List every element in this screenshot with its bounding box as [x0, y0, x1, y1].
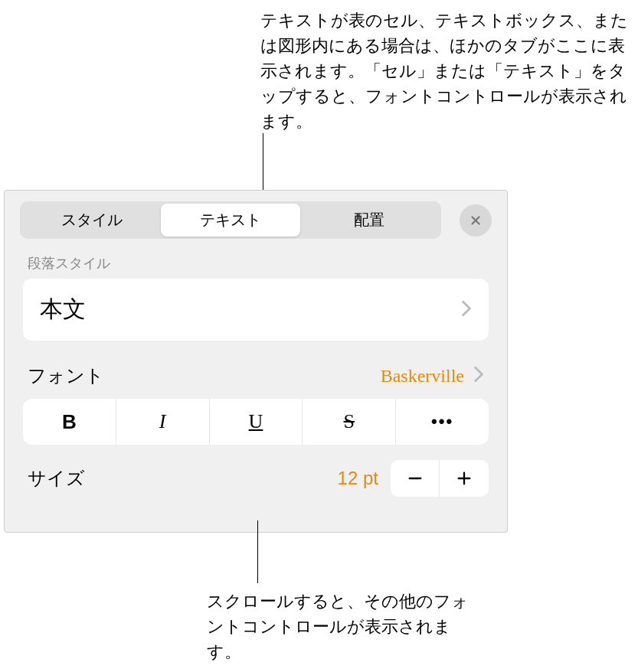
- close-button[interactable]: [460, 204, 492, 237]
- font-label: フォント: [28, 364, 104, 388]
- callout-line-bottom: [257, 520, 258, 583]
- tab-group: スタイル テキスト 配置: [20, 201, 441, 239]
- more-button[interactable]: •••: [396, 399, 489, 445]
- bold-button[interactable]: B: [23, 399, 116, 445]
- strikethrough-icon: S: [344, 410, 355, 433]
- underline-button[interactable]: U: [210, 399, 303, 445]
- strikethrough-button[interactable]: S: [303, 399, 396, 445]
- size-increase-button[interactable]: [440, 460, 489, 497]
- underline-icon: U: [249, 410, 263, 433]
- size-value: 12 pt: [338, 468, 378, 489]
- callout-bottom-text: スクロールすると、その他のフォントコントロールが表示されます。: [207, 589, 483, 664]
- paragraph-style-row[interactable]: 本文: [23, 279, 489, 341]
- chevron-right-icon: [473, 366, 484, 386]
- format-panel: スタイル テキスト 配置 段落スタイル 本文 フォント Baskerville: [4, 190, 508, 533]
- callout-line-top: [263, 133, 263, 191]
- paragraph-style-value: 本文: [40, 294, 86, 325]
- minus-icon: [407, 470, 424, 487]
- italic-button[interactable]: I: [116, 399, 210, 445]
- size-label: サイズ: [28, 466, 338, 491]
- more-icon: •••: [431, 412, 453, 432]
- size-row: サイズ 12 pt: [5, 445, 507, 497]
- close-icon: [469, 214, 483, 227]
- font-value-group: Baskerville: [381, 366, 484, 387]
- size-decrease-button[interactable]: [391, 460, 440, 497]
- bold-icon: B: [62, 410, 77, 434]
- text-style-button-group: B I U S •••: [23, 399, 489, 445]
- callout-top-text: テキストが表のセル、テキストボックス、または図形内にある場合は、ほかのタブがここ…: [260, 8, 628, 134]
- size-stepper: [391, 460, 489, 497]
- italic-icon: I: [159, 410, 166, 433]
- tab-arrange[interactable]: 配置: [300, 204, 439, 237]
- panel-header: スタイル テキスト 配置: [5, 191, 507, 250]
- paragraph-style-label: 段落スタイル: [5, 250, 507, 279]
- chevron-right-icon: [461, 300, 472, 320]
- font-row[interactable]: フォント Baskerville: [5, 360, 507, 399]
- font-value: Baskerville: [381, 366, 464, 387]
- plus-icon: [456, 470, 473, 487]
- tab-style[interactable]: スタイル: [22, 204, 161, 237]
- tab-text[interactable]: テキスト: [161, 204, 299, 237]
